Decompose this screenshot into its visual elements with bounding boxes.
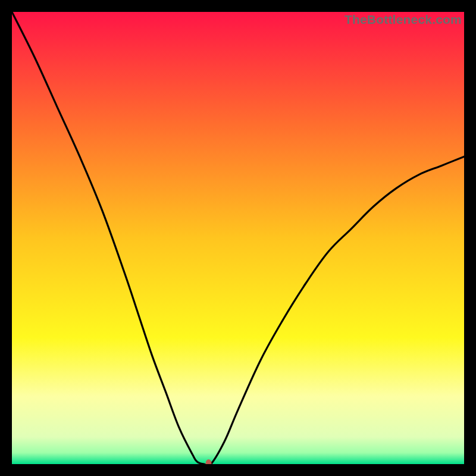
watermark-text: TheBottleneck.com bbox=[345, 12, 462, 27]
gradient-bg bbox=[12, 12, 464, 464]
chart-svg bbox=[12, 12, 464, 464]
chart-frame: TheBottleneck.com bbox=[12, 12, 464, 464]
